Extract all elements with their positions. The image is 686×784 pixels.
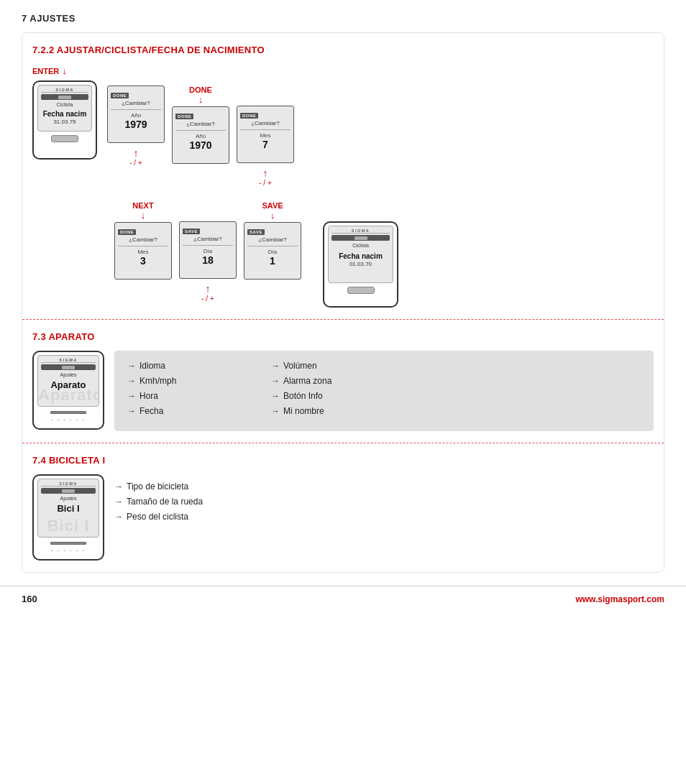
arrow-hora-icon: → [127, 391, 136, 401]
screen-row2-2: SAVE ¿Cambiar? Día 18 [179, 221, 237, 279]
info-74: → Tipo de bicicleta → Tamaño de la rueda… [114, 474, 203, 527]
screen4-value: 3 [118, 255, 168, 267]
device73-watermark: Aparato [38, 386, 99, 405]
device2-label: Ciclista [331, 243, 390, 248]
screen-row2-3: SAVE ¿Cambiar? Día 1 [244, 222, 301, 280]
info-item-tamano: → Tamaño de la rueda [114, 497, 203, 507]
info-item-boton: → Botón Info [271, 391, 386, 401]
enter-arrow-icon: ↓ [62, 65, 67, 76]
screen1-badge: DONE [111, 93, 129, 98]
arrow-kmh-icon: → [127, 376, 136, 386]
screen1-label: Año [111, 112, 161, 119]
info-item-alarma: → Alarma zona [271, 376, 386, 386]
arrow-volumen-icon: → [271, 361, 280, 371]
device74-bottom [37, 542, 99, 545]
footer-page-number: 160 [22, 594, 37, 604]
device2-date: 01.03.70 [331, 261, 390, 267]
screen5-plus-minus: - / + [201, 295, 214, 303]
section-74: 7.4 BICICLETA I SIGMA Ajustes Bici I Bic… [22, 443, 664, 572]
screen3-value: 7 [240, 139, 291, 150]
device73-header-bar [41, 364, 96, 370]
section-74-title: 7.4 BICICLETA I [32, 455, 654, 466]
device1-date: 31.03.79 [41, 119, 88, 125]
device1-header-bar [41, 94, 88, 100]
info-item-volumen: → Volúmen [271, 361, 386, 371]
arrow-minombre-icon: → [271, 406, 280, 416]
save-arrow-icon: ↓ [270, 210, 275, 221]
device2-btn [347, 287, 375, 294]
enter-label: ENTER [32, 67, 59, 75]
screen2-question: ¿Cambiar? [175, 121, 226, 127]
device74-bold: Bici I [41, 503, 96, 515]
device74-header-bar [41, 488, 96, 494]
done-arrow-icon: ↓ [198, 94, 203, 105]
done-label: DONE [189, 86, 212, 94]
screen4-question: ¿Cambiar? [118, 236, 168, 243]
screen6-value: 1 [247, 255, 298, 267]
screen5-badge: SAVE [183, 229, 200, 234]
screen2-value: 1970 [175, 139, 226, 151]
screen4-badge: DONE [118, 229, 136, 235]
screen3-plus-minus: - / + [259, 179, 272, 187]
screen3-label: Mes [240, 132, 291, 139]
device74-label: Ajustes [41, 496, 96, 501]
device2-header-bar [331, 235, 390, 241]
device2-bold: Fecha nacim [331, 252, 390, 261]
device74-dashes: - - - - - - [37, 547, 99, 553]
screen1-value: 1979 [111, 119, 161, 130]
device-1: SIGMA Ciclista Fecha nacim 31.03.79 [32, 80, 97, 160]
device-73: SIGMA Ajustes Aparato Aparato [32, 351, 104, 430]
page-footer: 160 www.sigmasport.com [0, 586, 686, 612]
info-col-right-73: → Volúmen → Alarma zona → Botón Info [271, 361, 386, 421]
footer-url: www.sigmasport.com [575, 594, 664, 604]
device1-bold: Fecha nacim [41, 110, 88, 119]
screen5-up-arrow-icon: ↑ [205, 283, 210, 295]
screen-row1-1: DONE ¿Cambiar? Año 1979 [107, 86, 165, 143]
section-722: 7.2.2 AJUSTAR/CICLISTA/FECHA DE NACIMIEN… [22, 33, 664, 320]
screen1-plus-minus: - / + [129, 159, 142, 167]
info-col-left-73: → Idioma → Kmh/mph → Hora [127, 361, 242, 421]
main-content-box: 7.2.2 AJUSTAR/CICLISTA/FECHA DE NACIMIEN… [22, 32, 664, 573]
device1-bottom [37, 135, 92, 142]
device73-label: Ajustes [41, 372, 96, 377]
section-73: 7.3 APARATO SIGMA Ajustes Aparato Ap [22, 320, 664, 443]
screen3-question: ¿Cambiar? [240, 120, 291, 126]
screen3-up-arrow-icon: ↑ [262, 167, 267, 179]
arrow-tamano-icon: → [114, 497, 123, 507]
arrow-idioma-icon: → [127, 361, 136, 371]
screen6-badge: SAVE [247, 229, 265, 235]
screen4-label: Mes [118, 249, 168, 255]
section-722-title: 7.2.2 AJUSTAR/CICLISTA/FECHA DE NACIMIEN… [32, 45, 654, 55]
info-item-fecha: → Fecha [127, 406, 242, 416]
info-item-kmh: → Kmh/mph [127, 376, 242, 386]
screen6-question: ¿Cambiar? [247, 236, 298, 243]
info-item-hora: → Hora [127, 391, 242, 401]
info-item-peso: → Peso del ciclista [114, 512, 203, 522]
screen-row1-3: DONE ¿Cambiar? Mes 7 [237, 106, 294, 163]
page-title: 7 AJUSTES [22, 13, 664, 24]
screen-row2-1: DONE ¿Cambiar? Mes 3 [114, 222, 172, 280]
info-item-tipo: → Tipo de bicicleta [114, 481, 203, 492]
screen2-badge: DONE [175, 114, 193, 119]
device73-bottom [37, 411, 99, 414]
device2-bottom [328, 287, 393, 294]
screen3-badge: DONE [240, 113, 258, 119]
screen5-value: 18 [183, 254, 233, 266]
info-item-idioma: → Idioma [127, 361, 242, 371]
screen-row1-2: DONE ¿Cambiar? Año 1970 [172, 106, 229, 164]
arrow-alarma-icon: → [271, 376, 280, 386]
device1-label: Ciclista [41, 102, 88, 107]
next-arrow-icon: ↓ [141, 210, 146, 221]
section-73-title: 7.3 APARATO [32, 331, 654, 342]
arrow-peso-icon: → [114, 512, 123, 522]
device-2: SIGMA Ciclista Fecha nacim 01.03.70 [323, 221, 398, 308]
gray-info-73: → Idioma → Kmh/mph → Hora [114, 351, 654, 431]
screen6-label: Día [247, 249, 298, 255]
device1-btn [51, 135, 78, 142]
device-74: SIGMA Ajustes Bici I Bici I [32, 474, 104, 561]
save-label: SAVE [262, 201, 283, 210]
device73-dashes: - - - - - - [37, 416, 99, 423]
next-label: NEXT [132, 201, 153, 210]
screen5-label: Día [183, 248, 233, 254]
device74-watermark: Bici I [38, 517, 99, 535]
